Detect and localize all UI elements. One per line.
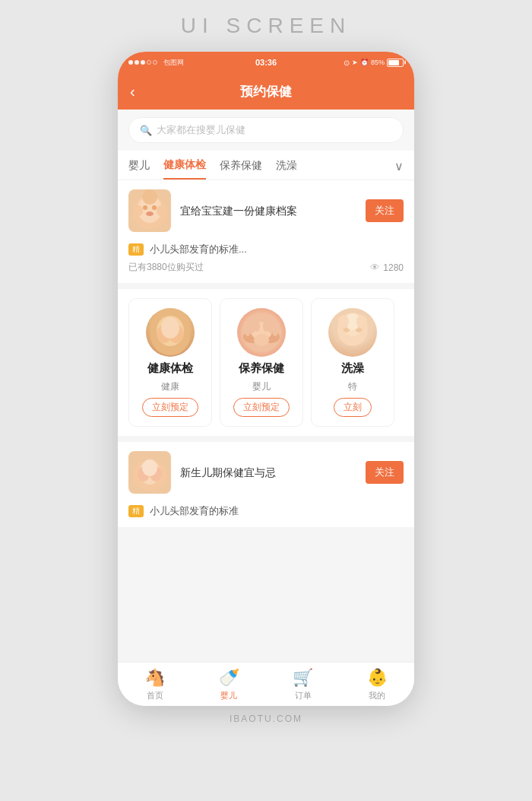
service-avatar-massage: [237, 308, 286, 357]
main-content: 宜给宝宝建一份健康档案 关注 精 小儿头部发育的标准... 已有3880位购买过…: [118, 180, 414, 662]
nav-label-baby: 婴儿: [220, 690, 237, 701]
svg-point-19: [254, 321, 260, 332]
tab-bath[interactable]: 洗澡: [276, 159, 297, 179]
article-thumbnail-1: [128, 189, 171, 232]
signal-dot-3: [141, 60, 145, 65]
service-card-health: 健康体检 健康 立刻预定: [128, 298, 212, 427]
phone-frame: 包图网 03:36 ⊙ ➤ ⏰ 85% ‹ 预约保健 🔍 大家都在搜婴儿保健 婴…: [118, 52, 414, 706]
mine-icon: 👶: [367, 668, 388, 688]
service-avatar-bath: [328, 308, 377, 357]
location-icon: ➤: [352, 59, 358, 66]
svg-point-3: [152, 205, 157, 210]
baby-icon: 🍼: [219, 668, 239, 688]
tab-baby[interactable]: 婴儿: [128, 159, 150, 179]
service-card-massage: 保养保健 婴儿 立刻预定: [220, 298, 303, 427]
svg-point-29: [338, 315, 349, 329]
nav-title: 预约保健: [240, 83, 292, 100]
home-icon: 🐴: [144, 668, 165, 688]
article-thumbnail-2: [128, 451, 171, 494]
status-site: 包图网: [163, 58, 184, 68]
service-sub-bath: 特: [348, 380, 357, 393]
article-subtitle-2: 小儿头部发育的标准: [150, 504, 239, 518]
follow-button-1[interactable]: 关注: [366, 199, 404, 222]
nav-label-home: 首页: [147, 690, 163, 701]
bottom-label: IBAOTU.COM: [230, 714, 302, 724]
service-name-bath: 洗澡: [341, 361, 364, 376]
reserve-btn-bath[interactable]: 立刻: [334, 398, 372, 417]
article-card-2: 新生儿期保健宜与忌 关注 精 小儿头部发育的标准: [118, 442, 414, 527]
svg-point-12: [161, 317, 179, 339]
signal-dot-1: [128, 60, 133, 65]
svg-point-7: [157, 205, 164, 216]
view-number: 1280: [383, 262, 404, 273]
category-tabs: 婴儿 健康体检 保养保健 洗澡 ∨: [118, 151, 414, 180]
signal-dot-4: [147, 60, 151, 65]
view-count: 👁 1280: [370, 262, 404, 273]
svg-point-5: [142, 189, 157, 205]
service-avatar-health: [146, 308, 195, 357]
search-box[interactable]: 🔍 大家都在搜婴儿保健: [128, 117, 404, 143]
tab-more-button[interactable]: ∨: [394, 159, 404, 180]
article-subtitle-1: 小儿头部发育的标准...: [150, 243, 247, 256]
orders-icon: 🛒: [293, 668, 313, 688]
nav-item-home[interactable]: 🐴 首页: [132, 668, 178, 701]
wifi-icon: ⊙: [344, 59, 350, 67]
page-title-label: UI SCREEN: [181, 14, 351, 38]
search-container: 🔍 大家都在搜婴儿保健: [118, 110, 414, 151]
nav-label-mine: 我的: [369, 690, 385, 701]
service-section: 健康体检 健康 立刻预定: [118, 289, 414, 436]
eye-icon: 👁: [370, 262, 380, 273]
signal-dot-5: [153, 60, 157, 65]
svg-point-2: [143, 205, 147, 210]
jing-badge-1: 精: [128, 243, 144, 256]
status-time: 03:36: [255, 58, 277, 67]
service-sub-health: 健康: [161, 380, 179, 393]
service-sub-massage: 婴儿: [252, 380, 271, 393]
nav-item-orders[interactable]: 🛒 订单: [280, 668, 326, 701]
battery-percent: 85%: [371, 59, 385, 66]
bottom-nav: 🐴 首页 🍼 婴儿 🛒 订单 👶 我的: [118, 662, 414, 706]
status-bar: 包图网 03:36 ⊙ ➤ ⏰ 85%: [118, 52, 414, 73]
back-button[interactable]: ‹: [130, 83, 135, 100]
nav-item-baby[interactable]: 🍼 婴儿: [206, 668, 252, 701]
purchase-count: 已有3880位购买过: [128, 261, 204, 274]
svg-point-30: [356, 315, 367, 329]
signal-dot-2: [135, 60, 139, 65]
search-icon: 🔍: [140, 125, 152, 136]
svg-point-23: [254, 334, 269, 346]
alarm-icon: ⏰: [360, 59, 369, 66]
service-name-health: 健康体检: [147, 361, 193, 376]
reserve-btn-massage[interactable]: 立刻预定: [233, 398, 290, 417]
search-placeholder: 大家都在搜婴儿保健: [157, 123, 245, 137]
article-title-2: 新生儿期保健宜与忌: [180, 465, 356, 481]
service-name-massage: 保养保健: [239, 361, 284, 376]
tab-maintenance[interactable]: 保养保健: [220, 159, 262, 179]
nav-label-orders: 订单: [295, 690, 312, 701]
nav-header: ‹ 预约保健: [118, 73, 414, 110]
reserve-btn-health[interactable]: 立刻预定: [142, 398, 198, 417]
svg-point-35: [142, 459, 157, 476]
baby-face-svg: [128, 189, 171, 232]
service-scroll: 健康体检 健康 立刻预定: [128, 298, 414, 427]
svg-point-6: [135, 205, 143, 216]
svg-point-22: [272, 326, 278, 336]
svg-point-4: [146, 211, 154, 216]
jing-badge-2: 精: [128, 505, 144, 517]
article-card-1: 宜给宝宝建一份健康档案 关注 精 小儿头部发育的标准... 已有3880位购买过…: [118, 180, 414, 283]
article-title-1: 宜给宝宝建一份健康档案: [180, 203, 356, 219]
follow-button-2[interactable]: 关注: [366, 461, 404, 484]
tab-health-checkup[interactable]: 健康体检: [163, 158, 206, 180]
service-card-bath: 洗澡 特 立刻: [311, 298, 394, 427]
battery-icon: [387, 59, 404, 67]
nav-item-mine[interactable]: 👶 我的: [354, 668, 400, 701]
